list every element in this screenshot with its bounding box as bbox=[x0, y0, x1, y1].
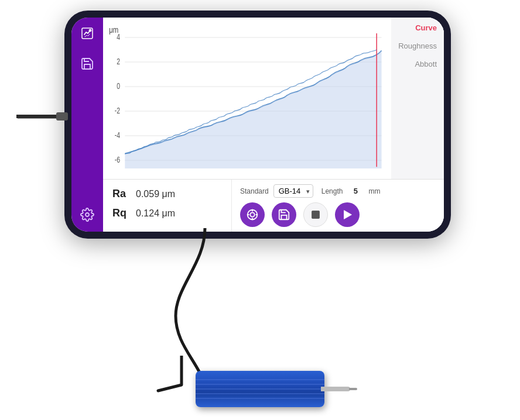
svg-text:-6: -6 bbox=[115, 156, 120, 165]
svg-point-4 bbox=[85, 213, 89, 216]
device-probe-tip bbox=[349, 388, 357, 390]
svg-text:0: 0 bbox=[117, 82, 120, 91]
standard-label: Standard bbox=[240, 187, 269, 195]
ra-label: Ra bbox=[112, 188, 129, 200]
controls-bottom bbox=[240, 202, 436, 227]
ra-value: 0.059 μm bbox=[136, 189, 175, 199]
play-button[interactable] bbox=[335, 202, 360, 227]
svg-text:2: 2 bbox=[117, 57, 120, 67]
bottom-section: Ra 0.059 μm Rq 0.124 μm Standard bbox=[103, 179, 444, 232]
length-value: 5 bbox=[347, 187, 364, 195]
save-action-button[interactable] bbox=[272, 202, 296, 227]
standard-select[interactable]: GB-14 ISO ANSI bbox=[273, 184, 313, 198]
measurements-panel: Ra 0.059 μm Rq 0.124 μm bbox=[103, 180, 232, 232]
measurement-ra-row: Ra 0.059 μm bbox=[112, 184, 222, 204]
panel-item-abbott[interactable]: Abbott bbox=[415, 60, 437, 68]
controls-top: Standard GB-14 ISO ANSI Length 5 mm bbox=[240, 184, 436, 198]
phone-device: μm 4 2 0 -2 bbox=[64, 11, 451, 239]
svg-point-3 bbox=[90, 30, 91, 32]
chart-section: μm 4 2 0 -2 bbox=[103, 18, 444, 179]
rq-value: 0.124 μm bbox=[136, 208, 175, 219]
measurement-device bbox=[196, 371, 324, 407]
device-lines bbox=[196, 371, 324, 407]
panel-item-roughness[interactable]: Roughness bbox=[398, 42, 437, 50]
length-label: Length bbox=[321, 187, 343, 195]
rq-label: Rq bbox=[112, 207, 129, 219]
sidebar bbox=[71, 18, 103, 232]
stop-button[interactable] bbox=[303, 202, 328, 227]
controls-section: Standard GB-14 ISO ANSI Length 5 mm bbox=[232, 180, 444, 232]
svg-marker-26 bbox=[344, 211, 352, 219]
target-button[interactable] bbox=[240, 202, 265, 227]
panel-item-curve[interactable]: Curve bbox=[415, 23, 437, 32]
sidebar-icon-graph[interactable] bbox=[77, 23, 97, 43]
svg-text:-2: -2 bbox=[115, 106, 120, 116]
svg-text:-4: -4 bbox=[115, 131, 120, 140]
svg-point-20 bbox=[250, 212, 254, 216]
svg-rect-25 bbox=[312, 211, 320, 219]
right-panel: Curve Roughness Abbott bbox=[391, 18, 444, 179]
device-probe bbox=[321, 387, 350, 391]
sidebar-icon-save[interactable] bbox=[77, 54, 97, 74]
chart-area: μm 4 2 0 -2 bbox=[103, 18, 391, 179]
device-body bbox=[196, 371, 324, 407]
length-unit: mm bbox=[368, 187, 380, 195]
svg-text:4: 4 bbox=[117, 33, 120, 42]
main-content: μm 4 2 0 -2 bbox=[103, 18, 444, 232]
sidebar-icon-settings[interactable] bbox=[77, 205, 97, 225]
measurement-rq-row: Rq 0.124 μm bbox=[112, 204, 222, 223]
phone-screen: μm 4 2 0 -2 bbox=[71, 18, 444, 232]
standard-select-wrapper[interactable]: GB-14 ISO ANSI bbox=[273, 184, 313, 198]
phone-body: μm 4 2 0 -2 bbox=[64, 11, 451, 239]
